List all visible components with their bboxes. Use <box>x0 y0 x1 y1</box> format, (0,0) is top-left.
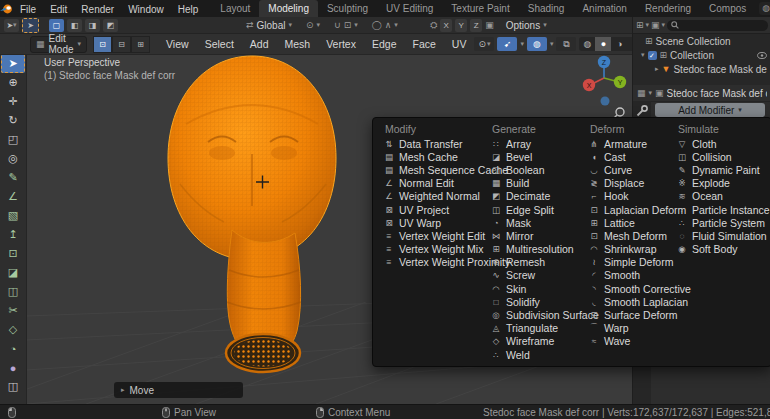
modifier-item-particle-system[interactable]: ∴Particle System <box>676 216 768 229</box>
pivot-point-icon[interactable]: ⊙ <box>306 21 314 30</box>
poly-build-tool[interactable]: ◇ <box>1 320 25 339</box>
modifier-item-normal-edit[interactable]: ∠Normal Edit <box>383 177 487 190</box>
cursor-tool[interactable]: ⊕ <box>1 73 25 92</box>
modifier-item-laplacian-deform[interactable]: ⊡Laplacian Deform <box>588 203 674 216</box>
falloff-icon[interactable]: ∧ <box>385 21 392 30</box>
correct-face-attributes-icon[interactable]: ▣ <box>485 21 494 30</box>
overlays-toggle-button[interactable]: ◍ <box>527 37 547 51</box>
face-select-button[interactable]: ⊞ <box>131 36 150 53</box>
modifier-item-cloth[interactable]: ▽Cloth <box>676 137 768 150</box>
viewport-menu-vertex[interactable]: Vertex <box>318 38 364 50</box>
inset-faces-tool[interactable]: ⊡ <box>1 244 25 263</box>
outliner-row-collection[interactable]: ▾ ✓ ⊞ Collection <box>633 48 770 62</box>
mode-selector[interactable]: ▦ Edit Mode ▾ <box>30 36 87 53</box>
outliner-row-scene-collection[interactable]: ⊞ Scene Collection <box>633 34 770 48</box>
modifier-item-explode[interactable]: ※Explode <box>676 177 768 190</box>
select-box-tool[interactable]: ➤ <box>1 54 25 73</box>
rotate-tool[interactable]: ↻ <box>1 111 25 130</box>
disclosure-icon[interactable]: ▸ <box>655 65 659 73</box>
move-tool[interactable]: ✛ <box>1 92 25 111</box>
menu-help[interactable]: Help <box>171 4 206 15</box>
viewport-menu-mesh[interactable]: Mesh <box>277 38 319 50</box>
modifier-item-surface-deform[interactable]: ⊟Surface Deform <box>588 308 674 321</box>
viewport-menu-face[interactable]: Face <box>405 38 444 50</box>
modifier-item-curve[interactable]: ◡Curve <box>588 163 674 176</box>
modifier-item-array[interactable]: ∷Array <box>490 137 585 150</box>
modifier-item-mesh-deform[interactable]: ⊡Mesh Deform <box>588 229 674 242</box>
modifier-item-ocean[interactable]: ≋Ocean <box>676 190 768 203</box>
modifier-item-warp[interactable]: ⌒Warp <box>588 322 674 335</box>
solid-shading-button[interactable]: ● <box>595 37 611 51</box>
modifier-item-smooth-corrective[interactable]: ◝Smooth Corrective <box>588 282 674 295</box>
xray-toggle-button[interactable]: ⧉ <box>556 37 576 51</box>
vertex-select-button[interactable]: ⊡ <box>93 36 112 53</box>
modifier-item-subdivision-surface[interactable]: ◎Subdivision Surface <box>490 308 585 321</box>
modifier-item-mesh-sequence-cache[interactable]: ▤Mesh Sequence Cache <box>383 163 487 176</box>
extrude-region-tool[interactable]: ↥ <box>1 225 25 244</box>
menu-render[interactable]: Render <box>74 4 121 15</box>
select-mode-extend-button[interactable]: ◧ <box>67 19 82 32</box>
modifier-item-skin[interactable]: ◠Skin <box>490 282 585 295</box>
mirror-y-button[interactable]: Y <box>455 19 467 32</box>
modifier-item-decimate[interactable]: ◩Decimate <box>490 190 585 203</box>
active-tool-icon[interactable]: ➤ <box>22 18 39 33</box>
proportional-edit-icon[interactable]: ◯ <box>372 21 382 30</box>
smooth-tool[interactable]: ● <box>1 358 25 377</box>
knife-tool[interactable]: ✂ <box>1 301 25 320</box>
editor-type-icon[interactable]: ▦ <box>637 89 646 98</box>
eye-icon[interactable] <box>757 50 767 61</box>
modifier-item-uv-warp[interactable]: ⊠UV Warp <box>383 216 487 229</box>
modifier-item-simple-deform[interactable]: ≀Simple Deform <box>588 256 674 269</box>
modifier-item-data-transfer[interactable]: ⇅Data Transfer <box>383 137 487 150</box>
modifier-item-vertex-weight-mix[interactable]: ≡Vertex Weight Mix <box>383 243 487 256</box>
workspace-tab-shading[interactable]: Shading <box>519 0 574 17</box>
modifier-item-particle-instance[interactable]: ∵Particle Instance <box>676 203 768 216</box>
tool-dropdown-icon[interactable]: ➤▾ <box>4 19 19 32</box>
modifier-item-smooth-laplacian[interactable]: ◟Smooth Laplacian <box>588 295 674 308</box>
outliner-row-mesh-object[interactable]: ▸ ▼ Stedoc face Mask de <box>633 62 770 76</box>
blender-logo-icon[interactable] <box>0 3 13 14</box>
scene-selector[interactable]: ◍ ▾ Scene ⧉ × <box>759 2 770 15</box>
modifier-item-vertex-weight-proximity[interactable]: ≡Vertex Weight Proximity <box>383 256 487 269</box>
display-mode-icon[interactable]: ▣ <box>651 21 660 30</box>
viewport-menu-add[interactable]: Add <box>242 38 277 50</box>
orientation-dropdown[interactable]: Global <box>257 20 286 31</box>
snap-magnet-icon[interactable]: ∪ <box>334 21 341 30</box>
menu-window[interactable]: Window <box>121 4 171 15</box>
edge-select-button[interactable]: ⊟ <box>112 36 131 53</box>
menu-file[interactable]: File <box>13 4 43 15</box>
collection-checkbox[interactable]: ✓ <box>648 51 657 60</box>
wireframe-shading-button[interactable]: ◍ <box>579 37 595 51</box>
scale-tool[interactable]: ◰ <box>1 130 25 149</box>
modifier-item-lattice[interactable]: ⊞Lattice <box>588 216 674 229</box>
gizmos-toggle-button[interactable]: ➹ <box>497 37 517 51</box>
modifier-item-hook[interactable]: ⌐Hook <box>588 190 674 203</box>
material-shading-button[interactable]: ◑ <box>611 37 627 51</box>
viewport-menu-select[interactable]: Select <box>197 38 242 50</box>
modifier-item-edge-split[interactable]: ◫Edge Split <box>490 203 585 216</box>
outliner-search-input[interactable] <box>667 20 768 31</box>
modifier-item-uv-project[interactable]: ⊠UV Project <box>383 203 487 216</box>
filter-icon[interactable]: ⊞ <box>636 21 644 30</box>
modifier-item-vertex-weight-edit[interactable]: ≡Vertex Weight Edit <box>383 229 487 242</box>
viewport-menu-uv[interactable]: UV <box>444 38 475 50</box>
modifier-item-multiresolution[interactable]: ⊞Multiresolution <box>490 243 585 256</box>
workspace-tab-rendering[interactable]: Rendering <box>636 0 700 17</box>
modifier-item-shrinkwrap[interactable]: ◠Shrinkwrap <box>588 243 674 256</box>
modifier-item-displace[interactable]: ≷Displace <box>588 177 674 190</box>
modifier-item-screw[interactable]: ∿Screw <box>490 269 585 282</box>
modifier-item-fluid-simulation[interactable]: ◌Fluid Simulation <box>676 229 768 242</box>
modifier-item-solidify[interactable]: □Solidify <box>490 295 585 308</box>
viewport-menu-edge[interactable]: Edge <box>364 38 405 50</box>
modifier-item-mesh-cache[interactable]: ▤Mesh Cache <box>383 150 487 163</box>
transform-tool[interactable]: ◎ <box>1 149 25 168</box>
edge-slide-tool[interactable]: ◫ <box>1 377 25 396</box>
annotate-tool[interactable]: ✎ <box>1 168 25 187</box>
operator-panel-move[interactable]: ▸ Move <box>114 382 243 398</box>
menu-edit[interactable]: Edit <box>43 4 74 15</box>
options-dropdown[interactable]: Options <box>506 20 540 31</box>
modifier-item-wave[interactable]: ≈Wave <box>588 335 674 348</box>
modifier-item-triangulate[interactable]: ◬Triangulate <box>490 322 585 335</box>
modifier-item-remesh[interactable]: ⊕Remesh <box>490 256 585 269</box>
measure-tool[interactable]: ∠ <box>1 187 25 206</box>
